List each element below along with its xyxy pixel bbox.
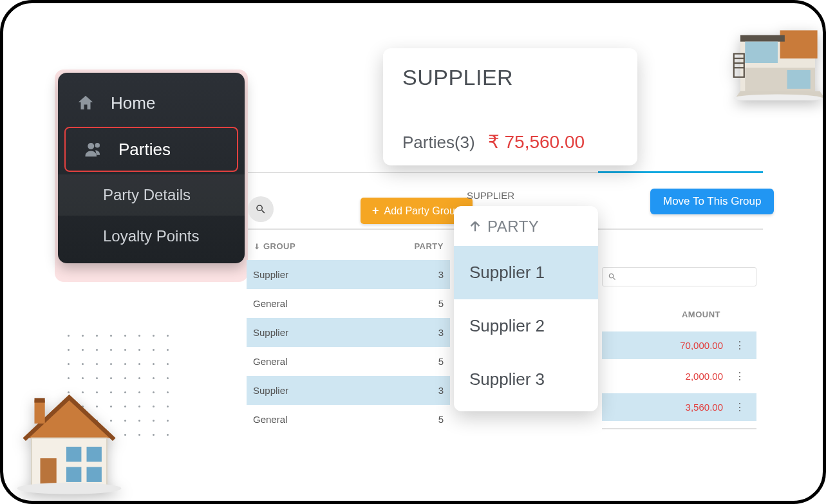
group-heading: SUPPLIER <box>467 190 514 201</box>
people-icon <box>82 138 104 160</box>
col-group[interactable]: GROUP <box>263 241 296 251</box>
table-row[interactable]: Supplier3 <box>247 260 450 289</box>
svg-rect-24 <box>787 70 811 89</box>
party-search-input[interactable] <box>602 267 756 286</box>
svg-rect-5 <box>35 398 45 402</box>
svg-point-1 <box>95 143 100 148</box>
svg-rect-12 <box>87 467 102 482</box>
amount-value: 2,000.00 <box>686 371 723 382</box>
sort-down-icon <box>253 243 261 250</box>
home-icon <box>75 92 97 114</box>
search-button[interactable] <box>248 196 274 222</box>
supplier-summary-card: SUPPLIER Parties(3) ₹ 75,560.00 <box>383 48 637 165</box>
group-table: GROUP PARTY Supplier3 General5 Supplier3… <box>247 236 450 434</box>
add-party-group-label: Add Party Group <box>384 205 461 217</box>
svg-rect-10 <box>87 447 102 462</box>
sidebar-item-parties[interactable]: Parties <box>64 127 238 172</box>
col-party[interactable]: PARTY <box>405 241 444 251</box>
move-to-group-button[interactable]: Move To This Group <box>650 189 774 214</box>
party-popover: PARTY Supplier 1 Supplier 2 Supplier 3 <box>454 206 598 411</box>
party-popover-item[interactable]: Supplier 1 <box>454 246 598 299</box>
amount-value: 3,560.00 <box>686 402 723 413</box>
kebab-icon[interactable]: ⋮ <box>735 339 745 351</box>
kebab-icon[interactable]: ⋮ <box>735 401 745 413</box>
svg-rect-17 <box>740 35 785 42</box>
table-row[interactable]: General5 <box>247 289 450 318</box>
supplier-parties-count: Parties(3) <box>402 133 475 153</box>
table-row[interactable]: Supplier3 <box>247 376 450 405</box>
svg-rect-18 <box>745 42 778 63</box>
svg-rect-9 <box>66 447 81 462</box>
sidebar-sub-label: Party Details <box>103 186 191 203</box>
table-row[interactable]: General5 <box>247 405 450 434</box>
sidebar-sub-label: Loyalty Points <box>103 227 199 245</box>
amount-row[interactable]: 70,000.00 ⋮ <box>602 331 756 359</box>
svg-point-0 <box>88 143 94 149</box>
sidebar-item-home[interactable]: Home <box>58 82 245 124</box>
svg-point-13 <box>17 483 122 494</box>
amount-row[interactable]: 3,560.00 ⋮ <box>602 393 756 421</box>
move-to-group-label: Move To This Group <box>663 195 761 207</box>
supplier-total-amount: ₹ 75,560.00 <box>488 131 585 153</box>
modern-house-illustration <box>729 7 826 100</box>
sidebar-sub-party-details[interactable]: Party Details <box>58 174 245 216</box>
table-row[interactable]: Supplier3 <box>247 318 450 347</box>
party-popover-item[interactable]: Supplier 2 <box>454 299 598 353</box>
search-icon <box>255 203 267 215</box>
svg-rect-11 <box>66 467 81 482</box>
amount-row[interactable]: 2,000.00 ⋮ <box>602 362 756 390</box>
col-amount[interactable]: AMOUNT <box>602 310 756 319</box>
kebab-icon[interactable]: ⋮ <box>735 370 745 382</box>
group-table-header: GROUP PARTY <box>247 236 450 260</box>
search-icon <box>608 272 617 281</box>
party-popover-item[interactable]: Supplier 3 <box>454 353 598 406</box>
svg-rect-4 <box>35 400 45 424</box>
sidebar: Home Parties Party Details Loyalty Point… <box>58 73 245 263</box>
party-popover-title: PARTY <box>487 218 539 236</box>
party-popover-header[interactable]: PARTY <box>454 218 598 246</box>
sidebar-label-parties: Parties <box>118 140 171 160</box>
table-row[interactable]: General5 <box>247 347 450 376</box>
house-illustration <box>10 383 129 499</box>
plus-icon: + <box>372 204 379 218</box>
amount-value: 70,000.00 <box>680 340 723 351</box>
svg-rect-15 <box>780 30 818 59</box>
sidebar-label-home: Home <box>111 93 155 113</box>
supplier-card-title: SUPPLIER <box>402 65 618 90</box>
sort-up-icon <box>468 219 482 234</box>
sidebar-sub-loyalty-points[interactable]: Loyalty Points <box>58 216 245 257</box>
